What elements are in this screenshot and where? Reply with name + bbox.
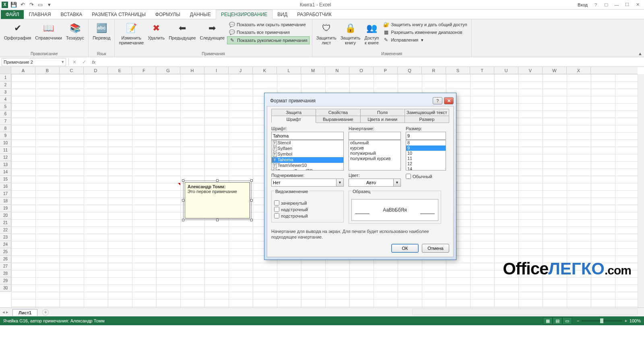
- sheet-nav[interactable]: ◂ ▸: [2, 310, 8, 315]
- row-header[interactable]: 4: [0, 96, 11, 103]
- style-input[interactable]: [349, 132, 401, 140]
- tab-insert[interactable]: ВСТАВКА: [56, 10, 87, 19]
- dlg-tab-protection[interactable]: Защита: [271, 109, 316, 116]
- col-header[interactable]: N: [325, 67, 349, 74]
- row-header[interactable]: 9: [0, 132, 11, 139]
- dlg-tab-colors[interactable]: Цвета и линии: [360, 116, 405, 123]
- sheet-tab-1[interactable]: Лист1: [12, 309, 37, 316]
- list-item[interactable]: 8: [406, 140, 446, 145]
- comment-box[interactable]: Александр Томм: Это первое примечание: [185, 182, 250, 218]
- list-item[interactable]: 12: [406, 161, 446, 166]
- row-header[interactable]: 3: [0, 89, 11, 96]
- prev-comment-button[interactable]: ⬅Предыдущее: [167, 21, 197, 51]
- dlg-tab-properties[interactable]: Свойства: [316, 109, 360, 116]
- translate-button[interactable]: 🔤Перевод: [91, 21, 112, 51]
- row-header[interactable]: 16: [0, 183, 11, 190]
- list-item[interactable]: TSymbol: [272, 152, 343, 157]
- strike-checkbox[interactable]: зачеркнутый: [274, 200, 341, 206]
- row-header[interactable]: 2: [0, 81, 11, 89]
- col-header[interactable]: A: [11, 67, 35, 74]
- share-book-button[interactable]: 👥Доступ к книге: [363, 21, 381, 51]
- row-header[interactable]: 21: [0, 219, 11, 226]
- zoom-value[interactable]: 100%: [630, 318, 641, 323]
- select-all-corner[interactable]: [0, 67, 11, 74]
- col-header[interactable]: T: [470, 67, 494, 74]
- next-comment-button[interactable]: ➡Следующее: [198, 21, 226, 51]
- touch-mode-icon[interactable]: ▭: [36, 1, 44, 9]
- superscript-checkbox[interactable]: надстрочный: [274, 207, 341, 212]
- list-item[interactable]: 9: [406, 145, 446, 151]
- dlg-tab-size[interactable]: Размер: [405, 116, 449, 123]
- col-header[interactable]: I: [204, 67, 229, 74]
- tab-review[interactable]: РЕЦЕНЗИРОВАНИЕ: [216, 10, 272, 19]
- col-header[interactable]: E: [108, 67, 132, 74]
- row-header[interactable]: 29: [0, 277, 11, 285]
- underline-select[interactable]: [271, 179, 336, 187]
- horizontal-scrollbar[interactable]: [412, 309, 638, 315]
- row-header[interactable]: 17: [0, 190, 11, 197]
- zoom-in-icon[interactable]: +: [624, 318, 627, 323]
- ok-button[interactable]: ОК: [391, 244, 419, 253]
- col-header[interactable]: S: [446, 67, 470, 74]
- list-item[interactable]: курсив: [349, 145, 400, 151]
- list-item[interactable]: 10: [406, 151, 446, 156]
- size-list[interactable]: 8910111214: [406, 140, 446, 170]
- row-header[interactable]: 24: [0, 241, 11, 248]
- row-header[interactable]: 6: [0, 110, 11, 118]
- research-button[interactable]: 📖Справочники: [33, 21, 64, 51]
- size-input[interactable]: [406, 132, 446, 140]
- row-header[interactable]: 1: [0, 74, 11, 81]
- list-item[interactable]: полужирный курсив: [349, 156, 400, 161]
- col-header[interactable]: W: [543, 67, 567, 74]
- col-header[interactable]: V: [518, 67, 543, 74]
- row-header[interactable]: 8: [0, 125, 11, 132]
- tab-view[interactable]: ВИД: [272, 10, 292, 19]
- row-header[interactable]: 19: [0, 205, 11, 212]
- protect-share-button[interactable]: 🔐Защитить книгу и дать общий доступ: [381, 21, 469, 28]
- dlg-tab-alignment[interactable]: Выравнивание: [316, 116, 360, 123]
- color-dropdown-icon[interactable]: ▼: [394, 179, 401, 187]
- col-header[interactable]: B: [35, 67, 60, 74]
- row-header[interactable]: 28: [0, 270, 11, 277]
- showall-comments-button[interactable]: 💬Показать все примечания: [227, 29, 310, 36]
- help-icon[interactable]: ?: [591, 1, 601, 9]
- row-header[interactable]: 13: [0, 161, 11, 168]
- row-header[interactable]: 23: [0, 234, 11, 241]
- delete-comment-button[interactable]: ✖Удалить: [146, 21, 166, 51]
- spelling-button[interactable]: ✔Орфография: [2, 21, 33, 51]
- tab-data[interactable]: ДАННЫЕ: [185, 10, 216, 19]
- tab-file[interactable]: ФАЙЛ: [1, 10, 24, 19]
- dlg-tab-margins[interactable]: Поля: [360, 109, 405, 116]
- col-header[interactable]: K: [253, 67, 277, 74]
- allow-ranges-button[interactable]: ▦Разрешить изменение диапазонов: [381, 29, 469, 36]
- dialog-help-icon[interactable]: ?: [433, 97, 442, 104]
- col-header[interactable]: H: [180, 67, 204, 74]
- col-header[interactable]: L: [277, 67, 301, 74]
- showhide-comment-button[interactable]: 💬Показать или скрыть примечание: [227, 21, 310, 28]
- normal-checkbox[interactable]: Обычный: [406, 174, 446, 179]
- col-header[interactable]: M: [301, 67, 325, 74]
- col-header[interactable]: O: [349, 67, 374, 74]
- redo-icon[interactable]: ↷: [27, 1, 35, 9]
- track-changes-button[interactable]: ✎Исправления▾: [381, 36, 469, 44]
- add-sheet-icon[interactable]: +: [42, 309, 49, 316]
- thesaurus-button[interactable]: 📚Тезаурус: [64, 21, 86, 51]
- dlg-tab-font[interactable]: Шрифт: [271, 116, 316, 123]
- col-header[interactable]: X: [567, 67, 591, 74]
- list-item[interactable]: TTempus Sans ITC: [272, 168, 343, 170]
- col-header[interactable]: Q: [398, 67, 422, 74]
- undo-icon[interactable]: ↶: [19, 1, 27, 9]
- col-header[interactable]: C: [60, 67, 84, 74]
- sign-in-link[interactable]: Вход: [578, 2, 588, 7]
- row-header[interactable]: 7: [0, 118, 11, 125]
- tab-developer[interactable]: РАЗРАБОТЧИК: [292, 10, 336, 19]
- underline-dropdown-icon[interactable]: ▼: [336, 179, 344, 187]
- row-header[interactable]: 11: [0, 147, 11, 154]
- row-header[interactable]: 5: [0, 103, 11, 110]
- list-item[interactable]: TStencil: [272, 140, 343, 146]
- edit-comment-button[interactable]: 📝Изменить примечание: [117, 21, 145, 51]
- qat-customize-icon[interactable]: ▾: [45, 1, 53, 9]
- row-header[interactable]: 18: [0, 197, 11, 205]
- col-header[interactable]: U: [494, 67, 518, 74]
- cancel-formula-icon[interactable]: ✕: [70, 58, 79, 66]
